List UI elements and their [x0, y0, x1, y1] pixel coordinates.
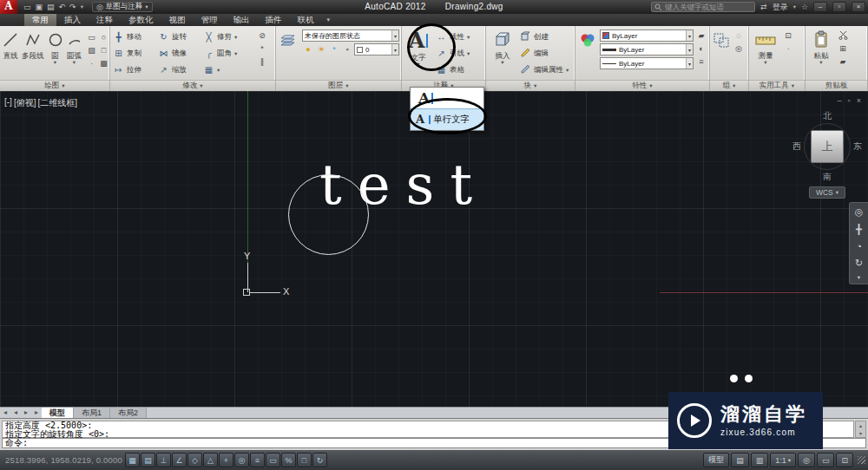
navbar-more-icon[interactable]: ▾: [858, 275, 860, 280]
ungroup-icon[interactable]: ◌: [733, 29, 745, 41]
panel-label-utilities[interactable]: 实用工具▾: [749, 80, 805, 91]
ellipse-icon[interactable]: ○: [98, 31, 110, 42]
close-button[interactable]: ×: [852, 2, 865, 12]
linear-dimension-button[interactable]: ↔线性▾: [435, 29, 470, 45]
circle-dropdown-icon[interactable]: ▾: [54, 60, 56, 65]
tab-manage[interactable]: 管理: [194, 14, 226, 26]
minimize-button[interactable]: –: [813, 2, 827, 12]
signin-dropdown-icon[interactable]: ▾: [793, 4, 796, 10]
group-button[interactable]: [712, 28, 731, 52]
grid-toggle[interactable]: ▤: [141, 453, 155, 467]
explode-icon[interactable]: *: [256, 42, 268, 54]
infocenter-search[interactable]: [651, 2, 755, 12]
layer-freeze-icon[interactable]: *: [328, 44, 340, 55]
exchange-apps-icon[interactable]: ⇄: [760, 1, 767, 13]
ribbon-display-dropdown-icon[interactable]: ▾: [322, 14, 336, 26]
match-properties-brush-icon[interactable]: ▰: [837, 55, 849, 67]
transparency-toggle[interactable]: %: [281, 453, 296, 467]
array-button[interactable]: ▦▾: [202, 62, 254, 78]
scroll-up-icon[interactable]: ▴: [859, 422, 862, 428]
undo-icon[interactable]: ↶: [59, 1, 66, 13]
resize-grip[interactable]: [858, 456, 865, 464]
restore-button[interactable]: ▫: [832, 2, 846, 12]
navigation-bar[interactable]: ◎ ╋ ◔ ↻ ▾: [849, 202, 868, 284]
layer-properties-button[interactable]: [278, 28, 300, 52]
panel-label-block[interactable]: 块▾: [486, 80, 575, 91]
command-scrollbar[interactable]: ▴ ▾: [855, 421, 866, 438]
layer-lock-icon[interactable]: ▪: [341, 44, 353, 55]
tab-model[interactable]: 模型: [42, 408, 74, 418]
panel-label-draw[interactable]: 绘图▾: [0, 80, 109, 91]
current-layer-combo[interactable]: 0 ▾: [354, 43, 399, 55]
edit-attributes-dropdown-icon[interactable]: ▾: [566, 68, 569, 73]
search-input[interactable]: [665, 3, 752, 11]
view-control[interactable]: [俯视]: [14, 97, 36, 109]
linetype-dropdown-icon[interactable]: ▾: [686, 58, 693, 69]
annotation-scale-button[interactable]: 1:1 ▾: [770, 453, 796, 467]
tab-layout2[interactable]: 布局2: [110, 408, 147, 418]
current-layer-dropdown-icon[interactable]: ▾: [391, 44, 398, 55]
scroll-down-icon[interactable]: ▾: [859, 430, 862, 436]
measure-dropdown-icon[interactable]: ▾: [764, 60, 766, 65]
pan-icon[interactable]: ╋: [856, 224, 862, 235]
favorites-star-icon[interactable]: ☆: [801, 1, 808, 13]
osnap3d-toggle[interactable]: △: [203, 453, 218, 467]
panel-label-clipboard[interactable]: 剪贴板: [806, 80, 867, 91]
viewcube-compass-ring[interactable]: 上: [804, 123, 851, 170]
drawing-canvas[interactable]: [-] [俯视] [二维线框] – ▫ × test Y X 北 西 上: [0, 91, 868, 407]
dynamic-input-toggle[interactable]: ≡: [250, 453, 265, 467]
viewcube-top-face[interactable]: 上: [811, 130, 844, 163]
erase-icon[interactable]: ⊘: [256, 29, 268, 41]
move-button[interactable]: ╋移动: [112, 29, 157, 45]
lineweight-combo[interactable]: ByLayer ▾: [600, 43, 694, 55]
tab-layout1[interactable]: 布局1: [74, 408, 110, 418]
rotate-button[interactable]: ↻旋转: [157, 29, 202, 45]
zoom-icon[interactable]: ◔: [856, 241, 862, 251]
paste-dropdown-icon[interactable]: ▾: [819, 60, 822, 65]
doc-close-icon[interactable]: ×: [857, 96, 861, 105]
layer-thaw-sun-icon[interactable]: ☀: [315, 44, 327, 55]
tab-insert[interactable]: 插入: [56, 14, 89, 26]
region-icon[interactable]: □: [98, 44, 110, 55]
panel-label-groups[interactable]: 组▾: [710, 80, 748, 91]
ducs-toggle[interactable]: ◎: [234, 453, 249, 467]
layer-state-dropdown-icon[interactable]: ▾: [391, 30, 398, 41]
group-edit-icon[interactable]: ◎: [733, 42, 745, 54]
leader-dropdown-icon[interactable]: ▾: [467, 51, 470, 56]
hatch-icon[interactable]: ▨: [86, 44, 98, 55]
tab-view[interactable]: 视图: [161, 14, 194, 26]
otrack-toggle[interactable]: +: [219, 453, 233, 467]
annotation-visibility-icon[interactable]: ◎: [798, 453, 815, 467]
redo-icon[interactable]: ↷: [69, 1, 76, 13]
circle-button[interactable]: 圆 ▾: [47, 28, 64, 66]
cut-scissors-icon[interactable]: [837, 29, 849, 41]
trim-dropdown-icon[interactable]: ▾: [234, 35, 237, 40]
tab-output[interactable]: 输出: [226, 14, 258, 26]
save-icon[interactable]: ▣: [36, 1, 43, 13]
polar-toggle[interactable]: ∠: [172, 453, 187, 467]
table-button[interactable]: ▦表格: [435, 62, 470, 78]
panel-label-properties[interactable]: 特性▾: [575, 80, 709, 91]
viewport-menu-control[interactable]: [-]: [4, 97, 12, 109]
fillet-dropdown-icon[interactable]: ▾: [234, 51, 237, 56]
doc-minimize-icon[interactable]: –: [838, 96, 842, 105]
lineweight-toggle[interactable]: ▭: [266, 453, 280, 467]
layer-state-combo[interactable]: 未保存的图层状态 ▾: [302, 29, 399, 42]
match-properties-icon[interactable]: ▰: [695, 29, 707, 41]
leader-button[interactable]: ↗引线▾: [435, 45, 470, 62]
workspace-switcher[interactable]: ◎ 草图与注释 ▾: [92, 2, 153, 12]
trim-button[interactable]: ╳修剪▾: [202, 29, 254, 45]
ortho-toggle[interactable]: ⊥: [156, 453, 171, 467]
single-line-text-option[interactable]: A 单行文字: [411, 108, 483, 130]
next-layout-icon[interactable]: ▸: [21, 408, 31, 418]
wcs-button[interactable]: WCS ▾: [809, 186, 845, 199]
prev-layout-icon[interactable]: ◂: [10, 408, 21, 418]
arc-button[interactable]: 圆弧 ▾: [66, 28, 83, 66]
linetype-combo[interactable]: ByLayer ▾: [600, 57, 694, 69]
object-color-combo[interactable]: ByLayer ▾: [600, 29, 694, 42]
first-layout-icon[interactable]: ◂: [0, 408, 10, 418]
array-dropdown-icon[interactable]: ▾: [217, 68, 220, 73]
text-button[interactable]: A 文字 ▾: [404, 28, 433, 68]
tab-parametric[interactable]: 参数化: [121, 14, 161, 26]
line-button[interactable]: 直线: [2, 28, 19, 61]
